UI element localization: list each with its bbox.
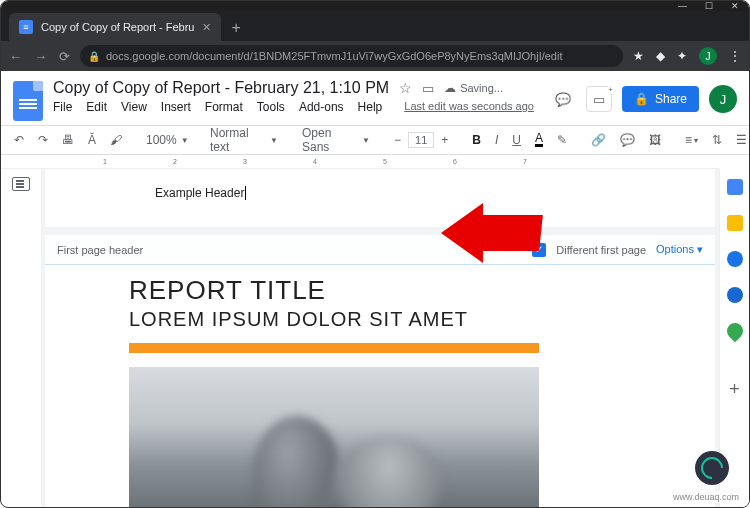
back-button[interactable]: ← xyxy=(9,49,22,64)
reload-button[interactable]: ⟳ xyxy=(59,49,70,64)
document-canvas[interactable]: Example Header First page header ✓ Diffe… xyxy=(41,169,719,507)
account-avatar[interactable]: J xyxy=(709,85,737,113)
docs-favicon-icon: ≡ xyxy=(19,20,33,34)
report-subtitle[interactable]: LOREM IPSUM DOLOR SIT AMET xyxy=(129,308,695,331)
redo-button[interactable]: ↷ xyxy=(33,130,53,150)
accent-bar xyxy=(129,343,539,353)
document-body[interactable]: REPORT TITLE LOREM IPSUM DOLOR SIT AMET xyxy=(45,265,715,507)
insert-image-button[interactable]: 🖼 xyxy=(644,130,666,150)
menu-tools[interactable]: Tools xyxy=(257,100,285,114)
line-spacing-button[interactable]: ⇅ xyxy=(707,130,727,150)
document-title[interactable]: Copy of Copy of Report - February 21, 1:… xyxy=(53,79,389,97)
print-button[interactable]: 🖶 xyxy=(57,130,79,150)
extension-icon[interactable]: ★ xyxy=(633,49,644,63)
cloud-icon: ☁ xyxy=(444,81,456,95)
lock-icon: 🔒 xyxy=(634,92,649,106)
menu-help[interactable]: Help xyxy=(358,100,383,114)
docs-logo-icon[interactable] xyxy=(13,81,43,121)
header-options-dropdown[interactable]: Options ▾ xyxy=(656,243,703,256)
browser-toolbar: ← → ⟳ 🔒 docs.google.com/document/d/1BNDM… xyxy=(1,41,749,71)
insert-link-button[interactable]: 🔗 xyxy=(586,130,611,150)
formatting-toolbar: ↶ ↷ 🖶 Ă 🖌 100%▼ Normal text▼ Open Sans▼ … xyxy=(1,125,749,155)
contacts-icon[interactable] xyxy=(727,287,743,303)
comments-icon[interactable]: 💬 xyxy=(550,86,576,112)
extensions-menu-icon[interactable]: ✦ xyxy=(677,49,687,63)
star-icon[interactable]: ☆ xyxy=(399,80,412,96)
calendar-icon[interactable] xyxy=(727,179,743,195)
share-button[interactable]: 🔒 Share xyxy=(622,86,699,112)
window-titlebar: — ☐ ✕ xyxy=(1,1,749,11)
docs-header: Copy of Copy of Report - February 21, 1:… xyxy=(1,71,749,125)
document-page: First page header ✓ Different first page… xyxy=(45,235,715,507)
undo-button[interactable]: ↶ xyxy=(9,130,29,150)
underline-button[interactable]: U xyxy=(507,130,526,150)
font-select[interactable]: Open Sans▼ xyxy=(297,123,375,157)
highlight-button[interactable]: ✎ xyxy=(552,130,572,150)
insert-comment-button[interactable]: 💬 xyxy=(615,130,640,150)
bold-button[interactable]: B xyxy=(467,130,486,150)
page-header-area[interactable]: Example Header xyxy=(45,169,715,227)
lists-button[interactable]: ☰▾ xyxy=(731,130,750,150)
header-section-label: First page header xyxy=(57,244,143,256)
browser-tab[interactable]: ≡ Copy of Copy of Report - Febru ✕ xyxy=(9,13,221,41)
move-icon[interactable]: ▭ xyxy=(422,81,434,96)
present-button[interactable]: ▭+ xyxy=(586,86,612,112)
browser-menu-icon[interactable]: ⋮ xyxy=(729,49,741,63)
report-image[interactable] xyxy=(129,367,539,507)
save-status: Saving... xyxy=(460,82,503,94)
font-size-decrease[interactable]: − xyxy=(389,130,406,150)
window-maximize-icon[interactable]: ☐ xyxy=(705,1,713,11)
new-tab-button[interactable]: + xyxy=(221,15,250,41)
outline-icon[interactable] xyxy=(12,177,30,191)
text-cursor xyxy=(245,186,246,200)
header-text[interactable]: Example Header xyxy=(155,186,244,200)
font-size-input[interactable]: 11 xyxy=(408,132,434,148)
zoom-select[interactable]: 100%▼ xyxy=(141,130,191,150)
extension-icon[interactable]: ◆ xyxy=(656,49,665,63)
lock-icon: 🔒 xyxy=(88,51,100,62)
address-bar[interactable]: 🔒 docs.google.com/document/d/1BNDM25FTmv… xyxy=(80,45,623,67)
tab-title: Copy of Copy of Report - Febru xyxy=(41,21,194,33)
grammarly-icon[interactable] xyxy=(695,451,729,485)
menu-format[interactable]: Format xyxy=(205,100,243,114)
window-close-icon[interactable]: ✕ xyxy=(731,1,739,11)
watermark: www.deuaq.com xyxy=(669,491,743,503)
report-title[interactable]: REPORT TITLE xyxy=(129,275,695,306)
ruler[interactable]: 1234567 xyxy=(1,155,719,169)
menu-view[interactable]: View xyxy=(121,100,147,114)
tab-close-icon[interactable]: ✕ xyxy=(202,21,211,34)
text-color-button[interactable]: A xyxy=(530,130,548,150)
menu-edit[interactable]: Edit xyxy=(86,100,107,114)
add-addon-icon[interactable]: + xyxy=(729,379,740,400)
different-first-page-label: Different first page xyxy=(556,244,646,256)
menu-insert[interactable]: Insert xyxy=(161,100,191,114)
forward-button[interactable]: → xyxy=(34,49,47,64)
spellcheck-button[interactable]: Ă xyxy=(83,130,101,150)
maps-icon[interactable] xyxy=(723,320,746,343)
font-size-increase[interactable]: + xyxy=(436,130,453,150)
paint-format-button[interactable]: 🖌 xyxy=(105,130,127,150)
keep-icon[interactable] xyxy=(727,215,743,231)
different-first-page-checkbox[interactable]: ✓ xyxy=(532,243,546,257)
browser-tabstrip: ≡ Copy of Copy of Report - Febru ✕ + xyxy=(1,11,749,41)
menu-addons[interactable]: Add-ons xyxy=(299,100,344,114)
italic-button[interactable]: I xyxy=(490,130,503,150)
last-edit-link[interactable]: Last edit was seconds ago xyxy=(404,100,534,114)
style-select[interactable]: Normal text▼ xyxy=(205,123,283,157)
align-button[interactable]: ≡▾ xyxy=(680,130,703,150)
header-options-bar: First page header ✓ Different first page… xyxy=(45,235,715,265)
window-minimize-icon[interactable]: — xyxy=(678,1,687,11)
menu-file[interactable]: File xyxy=(53,100,72,114)
browser-profile-avatar[interactable]: J xyxy=(699,47,717,65)
menu-bar: File Edit View Insert Format Tools Add-o… xyxy=(53,100,540,114)
url-text: docs.google.com/document/d/1BNDM25FTmvmJ… xyxy=(106,50,562,62)
tasks-icon[interactable] xyxy=(727,251,743,267)
